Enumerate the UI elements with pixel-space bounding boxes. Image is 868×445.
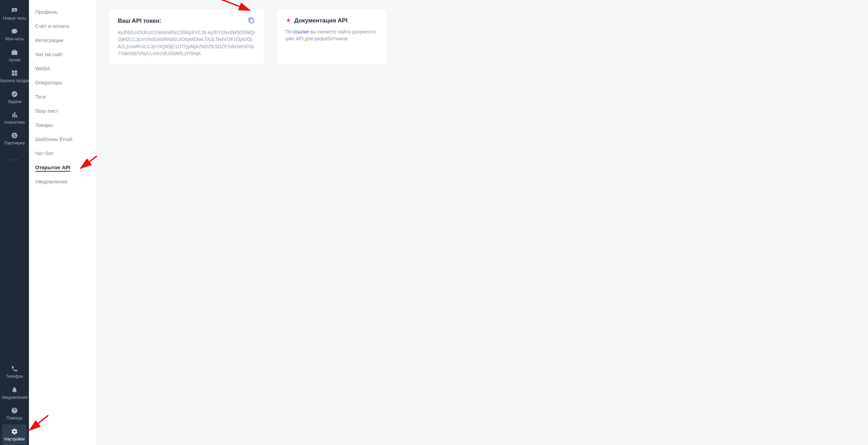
api-token-card: Ваш API токен: eyJhbGciOiJIUzI1NiIsInR5c…	[109, 10, 264, 64]
sidebar-label: Уведомления	[1, 395, 27, 400]
question-icon	[11, 407, 18, 414]
sidebar-label: Задачи	[8, 99, 21, 104]
subnav-item-site-chat[interactable]: Чат на сайт	[29, 47, 96, 61]
subnav-item-billing[interactable]: Счёт и оплата	[29, 19, 96, 33]
sidebar-item-settings[interactable]: Настройки	[2, 424, 27, 445]
sidebar-item-notifications[interactable]: Уведомления	[0, 383, 29, 403]
sidebar-item-phone[interactable]: Телефон	[0, 362, 29, 382]
api-icon	[285, 18, 292, 24]
subnav-item-products[interactable]: Товары	[29, 118, 96, 132]
sidebar-item-new-chats[interactable]: Новые чаты	[0, 3, 29, 24]
subnav-item-email-templates[interactable]: Шаблоны Email	[29, 132, 96, 146]
api-docs-title: Документация API	[294, 17, 347, 24]
sidebar-item-my-chats[interactable]: Мои чаты	[0, 24, 29, 45]
chat-icon	[11, 28, 18, 35]
sidebar-label: Аналитика	[4, 120, 24, 125]
sidebar-label: Партнерка	[4, 141, 24, 145]
bell-icon	[11, 386, 18, 394]
sidebar-label: Новые чаты	[3, 16, 26, 21]
subnav-item-open-api[interactable]: Открытое API	[29, 160, 96, 174]
subnav-item-chatbot[interactable]: Чат-бот	[29, 146, 96, 160]
dollar-icon	[11, 132, 18, 139]
sidebar-item-archive[interactable]: Архив	[0, 45, 29, 66]
sidebar-item-funnel[interactable]: Воронка продаж	[0, 66, 29, 87]
sidebar-item-help[interactable]: Помощь	[0, 403, 29, 424]
subnav-item-profile[interactable]: Профиль	[29, 5, 96, 19]
primary-sidebar: Новые чаты Мои чаты Архив Воронка продаж…	[0, 0, 29, 445]
subnav-item-stoplist[interactable]: Stop-лист	[29, 104, 96, 118]
sidebar-label: Архив	[9, 58, 20, 62]
api-docs-text: По ссылке вы сможете найти документацию …	[285, 28, 378, 42]
copy-token-button[interactable]	[247, 17, 255, 25]
settings-subnav: Профиль Счёт и оплата Интеграции Чат на …	[29, 0, 96, 445]
svg-line-0	[215, 0, 250, 10]
gear-icon	[11, 428, 18, 435]
api-docs-link[interactable]: ссылке	[293, 29, 309, 34]
subnav-item-operators[interactable]: Операторы	[29, 75, 96, 90]
bars-icon	[11, 111, 18, 119]
subnav-item-integrations[interactable]: Интеграции	[29, 33, 96, 47]
subnav-item-waba[interactable]: WABA	[29, 61, 96, 75]
sidebar-item-tasks[interactable]: Задачи	[0, 87, 29, 108]
sidebar-label: Помощь	[7, 416, 22, 421]
sidebar-label: Мои чаты	[5, 37, 24, 41]
sidebar-item-analytics[interactable]: Аналитика	[0, 108, 29, 128]
grid-icon	[11, 69, 18, 77]
api-docs-card: Документация API По ссылке вы сможете на…	[276, 10, 387, 64]
sidebar-label: Настройки	[4, 437, 25, 442]
sidebar-more[interactable]: ...	[0, 149, 29, 168]
check-icon	[11, 90, 18, 98]
briefcase-icon	[11, 49, 18, 56]
sidebar-label: Воронка продаж	[0, 78, 30, 83]
sidebar-item-partner[interactable]: Партнерка	[0, 128, 29, 149]
main-content: Ваш API токен: eyJhbGciOiJIUzI1NiIsInR5c…	[96, 0, 868, 445]
phone-icon	[11, 365, 18, 373]
api-token-title: Ваш API токен:	[118, 18, 161, 24]
inbox-icon	[11, 7, 18, 14]
subnav-item-tags[interactable]: Теги	[29, 90, 96, 104]
sidebar-label: Телефон	[6, 374, 23, 379]
copy-icon	[248, 17, 254, 25]
api-token-value: eyJhbGciOiJIUzI1NiIsInR5cCI6IkpXVCJ9.eyJ…	[118, 29, 255, 57]
subnav-item-notifications[interactable]: Уведомления	[29, 174, 96, 189]
